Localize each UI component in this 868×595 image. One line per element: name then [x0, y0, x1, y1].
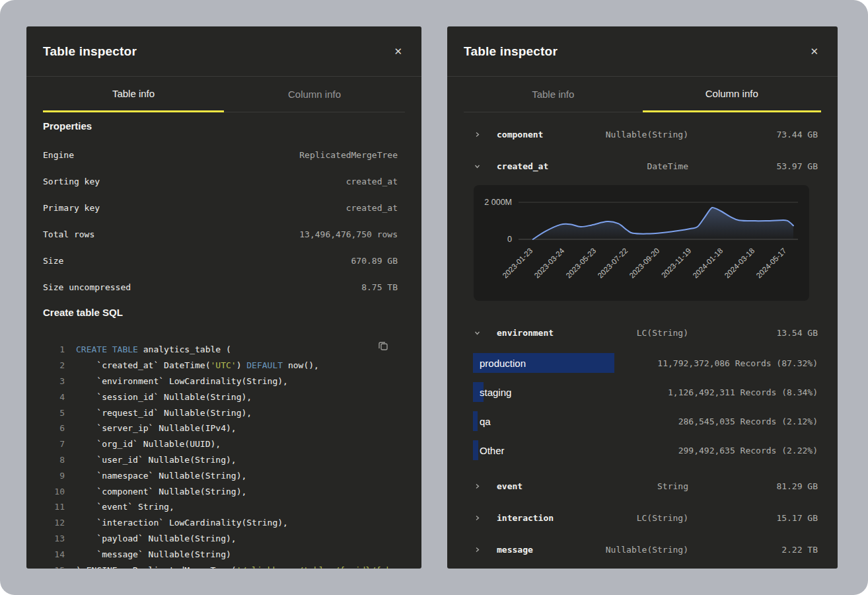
- svg-text:2023-11-19: 2023-11-19: [660, 247, 692, 279]
- sql-code-line: 7 `org_id` Nullable(UUID),: [43, 436, 405, 452]
- tab-column-info[interactable]: Column info: [643, 77, 822, 112]
- column-row-created_at[interactable]: created_at DateTime 53.97 GB: [447, 150, 838, 182]
- column-name: created_at: [497, 161, 569, 171]
- property-label: Sorting key: [43, 177, 100, 186]
- svg-text:2 000M: 2 000M: [484, 198, 512, 207]
- value-distribution-row: qa 286,545,035 Records (2.12%): [473, 407, 818, 436]
- table-inspector-modal-table-info: Table inspector ✕ Table info Column info…: [26, 26, 421, 569]
- column-list: component Nullable(String) 73.44 GB crea…: [447, 118, 838, 565]
- property-value: created_at: [346, 203, 398, 213]
- value-label: qa: [473, 416, 491, 427]
- property-value: 13,496,476,750 rows: [299, 229, 398, 239]
- properties-list: Engine ReplicatedMergeTree Sorting key c…: [26, 141, 421, 300]
- line-number: 15: [43, 565, 65, 569]
- property-label: Size uncompressed: [43, 282, 131, 292]
- chevron-down-icon[interactable]: [474, 163, 497, 170]
- line-text: `created_at` DateTime('UTC') DEFAULT now…: [76, 360, 319, 370]
- svg-text:2023-05-23: 2023-05-23: [564, 247, 597, 280]
- line-text: `payload` Nullable(String),: [76, 534, 236, 543]
- column-row-component[interactable]: component Nullable(String) 73.44 GB: [447, 118, 838, 150]
- property-value: created_at: [346, 177, 398, 186]
- line-text: `user_id` Nullable(String),: [76, 455, 236, 465]
- column-size: 15.17 GB: [688, 513, 818, 523]
- column-row-interaction[interactable]: interaction LC(String) 15.17 GB: [447, 502, 838, 534]
- column-name: interaction: [497, 513, 569, 523]
- line-number: 3: [43, 376, 65, 386]
- sql-code-block: 1 CREATE TABLE analytics_table ( 2 `crea…: [43, 334, 405, 569]
- column-row-event[interactable]: event String 81.29 GB: [447, 470, 838, 502]
- column-name: message: [497, 545, 569, 555]
- sql-code-line: 15 ) ENGINE = ReplicatedMergeTree('/clic…: [43, 562, 405, 569]
- line-text: `component` Nullable(String),: [76, 487, 246, 496]
- svg-text:2023-03-24: 2023-03-24: [532, 247, 566, 280]
- chevron-down-icon[interactable]: [474, 329, 497, 337]
- line-number: 8: [43, 455, 65, 465]
- column-size: 53.97 GB: [688, 161, 818, 171]
- value-records: 11,792,372,086 Records (87.32%): [657, 348, 818, 377]
- tab-column-info[interactable]: Column info: [224, 77, 405, 112]
- column-size: 81.29 GB: [688, 481, 818, 491]
- property-value: 8.75 TB: [361, 282, 398, 292]
- sql-code-line: 14 `message` Nullable(String): [43, 546, 405, 562]
- create-table-sql-heading: Create table SQL: [43, 307, 405, 320]
- modal-header: Table inspector ✕: [26, 26, 421, 77]
- column-name: event: [497, 481, 569, 491]
- line-text: `interaction` LowCardinality(String),: [76, 518, 288, 528]
- modal-header: Table inspector ✕: [447, 26, 838, 77]
- column-type: Nullable(String): [569, 545, 688, 555]
- sql-code-line: 9 `namespace` Nullable(String),: [43, 467, 405, 483]
- line-text: ) ENGINE = ReplicatedMergeTree('/clickho…: [76, 565, 405, 569]
- line-number: 1: [43, 344, 65, 354]
- sql-code-line: 6 `server_ip` Nullable(IPv4),: [43, 420, 405, 436]
- modal-title: Table inspector: [464, 44, 558, 59]
- column-size: 2.22 TB: [688, 545, 818, 555]
- property-row: Sorting key created_at: [26, 168, 421, 194]
- column-size: 13.54 GB: [688, 328, 818, 338]
- svg-text:2023-09-20: 2023-09-20: [628, 247, 661, 280]
- tab-table-info[interactable]: Table info: [464, 77, 643, 112]
- close-icon[interactable]: ✕: [391, 44, 405, 59]
- column-row-environment[interactable]: environment LC(String) 13.54 GB: [447, 317, 838, 348]
- sql-code-line: 13 `payload` Nullable(String),: [43, 531, 405, 547]
- svg-text:2024-05-17: 2024-05-17: [754, 247, 787, 280]
- tab-bar: Table info Column info: [464, 77, 821, 112]
- line-number: 9: [43, 471, 65, 481]
- sql-code-line: 4 `session_id` Nullable(String),: [43, 389, 405, 405]
- chevron-right-icon[interactable]: [474, 514, 497, 522]
- copy-icon[interactable]: [377, 339, 390, 354]
- column-type: String: [569, 481, 688, 491]
- svg-text:2024-01-18: 2024-01-18: [691, 247, 724, 280]
- tab-table-info[interactable]: Table info: [43, 77, 224, 112]
- table-inspector-modal-column-info: Table inspector ✕ Table info Column info…: [447, 26, 838, 569]
- chevron-right-icon[interactable]: [474, 483, 497, 490]
- line-number: 7: [43, 439, 65, 449]
- value-label: production: [473, 358, 526, 369]
- sql-code-line: 12 `interaction` LowCardinality(String),: [43, 515, 405, 531]
- desktop-background: Table inspector ✕ Table info Column info…: [0, 0, 868, 595]
- chevron-right-icon[interactable]: [474, 546, 497, 553]
- line-text: `event` String,: [76, 502, 174, 512]
- svg-text:0: 0: [507, 235, 512, 244]
- sql-code-line: 1 CREATE TABLE analytics_table (: [43, 342, 405, 358]
- column-name: component: [497, 130, 569, 139]
- value-distribution-row: Other 299,492,635 Records (2.22%): [473, 436, 818, 465]
- properties-heading: Properties: [43, 120, 405, 134]
- chevron-right-icon[interactable]: [474, 131, 497, 138]
- property-label: Size: [43, 256, 63, 266]
- line-number: 11: [43, 502, 65, 512]
- value-records: 1,126,492,311 Records (8.34%): [668, 377, 818, 407]
- line-text: `namespace` Nullable(String),: [76, 471, 246, 481]
- line-number: 13: [43, 534, 65, 543]
- property-label: Primary key: [43, 203, 100, 213]
- value-distribution-row: staging 1,126,492,311 Records (8.34%): [473, 377, 818, 407]
- sql-code-line: 8 `user_id` Nullable(String),: [43, 452, 405, 468]
- property-row: Total rows 13,496,476,750 rows: [26, 221, 421, 247]
- value-label: Other: [473, 445, 505, 456]
- sql-code-line: 5 `request_id` Nullable(String),: [43, 405, 405, 420]
- svg-text:2024-03-18: 2024-03-18: [723, 247, 756, 280]
- line-number: 5: [43, 408, 65, 418]
- close-icon[interactable]: ✕: [807, 44, 821, 59]
- line-number: 4: [43, 392, 65, 402]
- column-row-message[interactable]: message Nullable(String) 2.22 TB: [447, 534, 838, 565]
- line-text: `org_id` Nullable(UUID),: [76, 439, 221, 449]
